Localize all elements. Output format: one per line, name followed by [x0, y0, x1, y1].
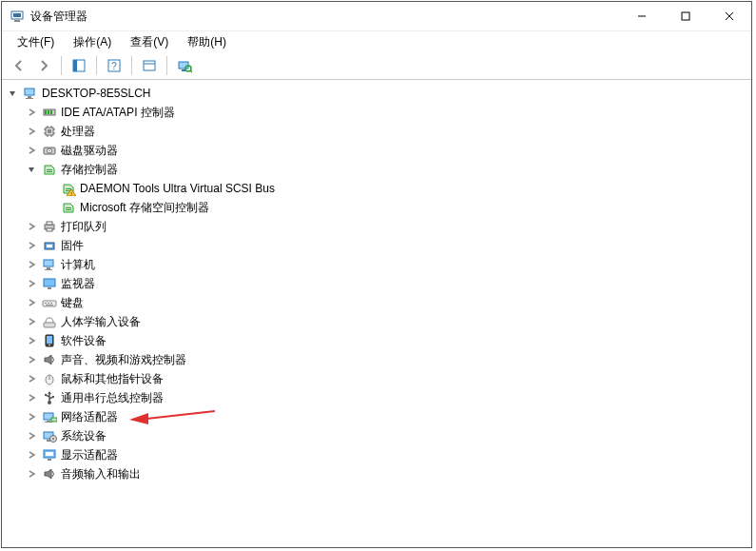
tree-node-label: 监视器	[61, 276, 95, 292]
window-title: 设备管理器	[30, 9, 87, 25]
menu-action[interactable]: 操作(A)	[64, 32, 121, 52]
maximize-button[interactable]	[664, 2, 708, 30]
tree-node-label: 人体学输入设备	[61, 314, 141, 330]
tree-node-printq[interactable]: 打印队列	[27, 217, 751, 236]
tree-node-system[interactable]: 系统设备	[27, 426, 751, 445]
tree-node-usb[interactable]: 通用串行总线控制器	[27, 388, 751, 407]
svg-rect-1	[13, 13, 21, 17]
properties-button[interactable]	[138, 54, 161, 77]
menu-help[interactable]: 帮助(H)	[178, 32, 236, 52]
display-icon	[42, 447, 57, 462]
tree-node-label: 通用串行总线控制器	[61, 390, 164, 406]
tree-node-label: 软件设备	[61, 333, 107, 349]
collapse-icon[interactable]	[27, 165, 40, 174]
expand-icon[interactable]	[27, 317, 40, 326]
expand-icon[interactable]	[27, 241, 40, 250]
scan-hardware-button[interactable]	[173, 54, 196, 77]
tree-node-label: 磁盘驱动器	[61, 143, 118, 159]
cpu-icon	[42, 124, 57, 139]
expand-icon[interactable]	[27, 279, 40, 288]
tree-node-label: DESKTOP-8E5SLCH	[42, 87, 151, 100]
tree-node-monitor[interactable]: 监视器	[27, 274, 751, 293]
ide-icon	[42, 105, 57, 120]
svg-marker-18	[129, 413, 148, 424]
sound-icon	[42, 352, 57, 367]
expand-icon[interactable]	[27, 146, 40, 155]
help-button[interactable]: ?	[103, 54, 126, 77]
expand-icon[interactable]	[27, 431, 40, 441]
keyboard-icon	[42, 295, 57, 310]
expand-icon[interactable]	[27, 374, 40, 384]
menu-file[interactable]: 文件(F)	[8, 32, 64, 52]
tree-node-ide[interactable]: IDE ATA/ATAPI 控制器	[27, 103, 751, 122]
menu-view[interactable]: 查看(V)	[121, 32, 178, 52]
svg-rect-14	[182, 69, 185, 71]
expand-icon[interactable]	[27, 336, 40, 345]
titlebar: 设备管理器	[2, 2, 751, 31]
tree-node-label: 计算机	[61, 257, 95, 273]
show-hide-tree-button[interactable]	[68, 54, 90, 77]
usb-icon	[42, 390, 57, 405]
tree-node-sound[interactable]: 声音、视频和游戏控制器	[27, 350, 751, 369]
minimize-button[interactable]	[620, 2, 664, 30]
tree-node-label: 键盘	[61, 295, 84, 311]
tree-node-computer[interactable]: 计算机	[27, 255, 751, 274]
tree-node-daemon[interactable]: DAEMON Tools Ultra Virtual SCSI Bus	[46, 179, 751, 198]
tree-node-mouse[interactable]: 鼠标和其他指针设备	[27, 369, 751, 388]
tree-node-label: 系统设备	[61, 428, 107, 444]
system-icon	[42, 428, 57, 443]
tree-node-root[interactable]: DESKTOP-8E5SLCH	[8, 84, 751, 103]
tree-node-softdev[interactable]: 软件设备	[27, 331, 751, 350]
expand-icon[interactable]	[27, 412, 40, 422]
toolbar-separator	[61, 56, 62, 75]
tree-node-label: 打印队列	[61, 219, 107, 235]
storage-icon	[42, 162, 57, 177]
tree-node-label: 音频输入和输出	[61, 466, 141, 482]
expand-icon[interactable]	[27, 298, 40, 307]
toolbar-separator	[96, 56, 97, 75]
expand-icon[interactable]	[27, 108, 40, 117]
nav-forward-button[interactable]	[32, 54, 55, 77]
tree-node-hid[interactable]: 人体学输入设备	[27, 312, 751, 331]
menubar: 文件(F) 操作(A) 查看(V) 帮助(H)	[2, 31, 751, 52]
tree-node-firmware[interactable]: 固件	[27, 236, 751, 255]
tree-node-label: 网络适配器	[61, 409, 118, 425]
storage-icon	[61, 200, 76, 215]
expand-icon[interactable]	[27, 127, 40, 136]
computer-icon	[23, 86, 38, 101]
expand-icon[interactable]	[27, 450, 40, 460]
mouse-icon	[42, 371, 57, 386]
tree-node-label: 鼠标和其他指针设备	[61, 371, 164, 387]
expand-icon[interactable]	[27, 260, 40, 269]
tree-node-cpu[interactable]: 处理器	[27, 122, 751, 141]
tree-node-storage[interactable]: 存储控制器	[27, 160, 751, 179]
hid-icon	[42, 314, 57, 329]
expand-icon[interactable]	[27, 355, 40, 364]
annotation-arrow	[129, 409, 215, 424]
expand-icon[interactable]	[27, 393, 40, 403]
tree-node-display[interactable]: 显示适配器	[27, 445, 751, 464]
tree-node-label: IDE ATA/ATAPI 控制器	[61, 105, 175, 121]
toolbar-separator	[131, 56, 132, 75]
network-icon	[42, 409, 57, 424]
svg-rect-2	[14, 20, 20, 22]
svg-line-16	[190, 70, 192, 72]
tree-node-network[interactable]: 网络适配器	[27, 407, 751, 426]
nav-back-button[interactable]	[8, 54, 30, 77]
tree-node-label: 处理器	[61, 124, 95, 140]
expand-icon[interactable]	[27, 469, 40, 479]
expand-icon[interactable]	[27, 222, 40, 231]
tree-node-audioio[interactable]: 音频输入和输出	[27, 464, 751, 483]
collapse-icon[interactable]	[8, 89, 21, 98]
tree-node-keyboard[interactable]: 键盘	[27, 293, 751, 312]
firmware-icon	[42, 238, 57, 253]
toolbar-separator	[166, 56, 167, 75]
close-button[interactable]	[708, 2, 751, 30]
svg-rect-4	[682, 12, 689, 20]
disk-icon	[42, 143, 57, 158]
tree-node-msss[interactable]: Microsoft 存储空间控制器	[46, 198, 751, 217]
print-icon	[42, 219, 57, 234]
svg-text:?: ?	[111, 61, 117, 71]
tree-node-label: 存储控制器	[61, 162, 118, 178]
tree-node-disk[interactable]: 磁盘驱动器	[27, 141, 751, 160]
